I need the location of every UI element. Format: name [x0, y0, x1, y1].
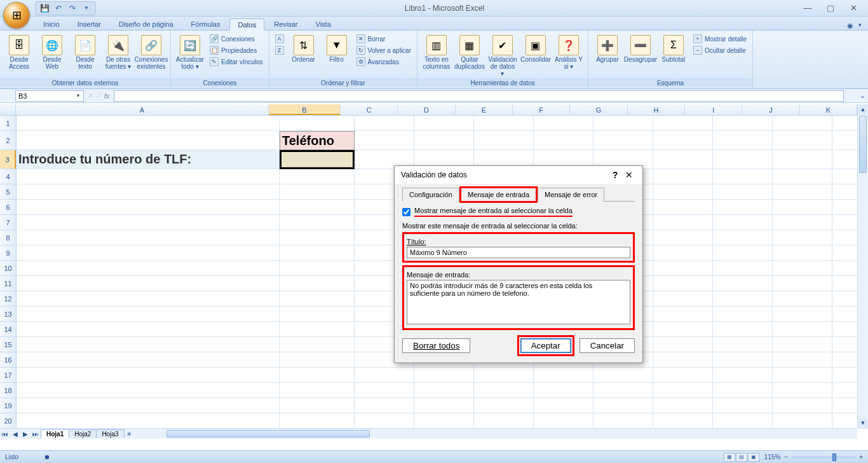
cell[interactable] [713, 413, 773, 429]
cell[interactable] [280, 352, 355, 368]
row-header[interactable]: 8 [0, 230, 16, 245]
cell[interactable] [534, 116, 593, 131]
cell[interactable] [713, 116, 773, 131]
cell[interactable] [713, 337, 773, 352]
cell[interactable] [713, 184, 773, 200]
cell-B2[interactable]: Teléfono [280, 131, 355, 150]
cell[interactable] [713, 322, 773, 337]
first-sheet-icon[interactable]: ⏮ [0, 431, 10, 438]
tab-data[interactable]: Datos [229, 18, 264, 31]
cell[interactable] [17, 131, 280, 150]
tab-configuration[interactable]: Configuración [402, 188, 459, 202]
accept-formula-icon[interactable]: ✓ [96, 92, 102, 100]
cell[interactable] [773, 383, 832, 398]
row-header[interactable]: 1 [0, 116, 16, 131]
ungroup-button[interactable]: ➖Desagrupar [625, 34, 656, 64]
connections-button[interactable]: 🔗Conexiones [208, 34, 265, 44]
cell[interactable] [17, 368, 280, 383]
cell[interactable] [534, 383, 593, 398]
refresh-all-button[interactable]: 🔄Actualizar todo ▾ [175, 34, 205, 71]
cell[interactable] [773, 215, 832, 230]
column-header[interactable]: D [398, 104, 455, 115]
edit-links-button[interactable]: ✎Editar vínculos [208, 57, 265, 67]
cell[interactable] [713, 291, 773, 307]
cell[interactable] [773, 261, 832, 276]
cell[interactable] [17, 398, 280, 413]
cell[interactable] [653, 383, 713, 398]
cell[interactable] [773, 169, 832, 184]
close-button[interactable]: ✕ [845, 3, 862, 13]
cell[interactable] [414, 116, 474, 131]
name-box[interactable]: B3 ▼ [15, 90, 84, 102]
column-header[interactable]: C [341, 104, 398, 115]
maximize-button[interactable]: ▢ [822, 3, 839, 13]
sheet-tab-3[interactable]: Hoja3 [96, 429, 124, 438]
cell[interactable] [593, 383, 653, 398]
cell[interactable] [474, 116, 534, 131]
data-validation-button[interactable]: ✔Validación de datos ▾ [487, 34, 518, 78]
cell[interactable] [280, 413, 355, 429]
show-input-msg-check[interactable] [402, 208, 410, 216]
column-header[interactable]: H [628, 104, 685, 115]
column-header[interactable]: B [269, 104, 341, 115]
cell[interactable] [280, 230, 355, 245]
cell[interactable] [280, 169, 355, 184]
tab-view[interactable]: Vista [308, 18, 339, 30]
row-header[interactable]: 11 [0, 276, 16, 291]
existing-connections-button[interactable]: 🔗Conexiones existentes [136, 34, 166, 71]
normal-view-icon[interactable]: ▦ [724, 453, 735, 462]
cell[interactable] [653, 398, 713, 413]
column-header[interactable]: I [685, 104, 742, 115]
cancel-button[interactable]: Cancelar [580, 338, 635, 353]
cell[interactable] [593, 368, 653, 383]
cell[interactable] [773, 307, 832, 322]
sort-za-button[interactable]: Z [273, 45, 286, 55]
cell[interactable] [773, 116, 832, 131]
cell[interactable] [17, 307, 280, 322]
cell[interactable] [17, 245, 280, 261]
column-header[interactable]: K [800, 104, 857, 115]
tab-formulas[interactable]: Fórmulas [183, 18, 229, 30]
minimize-ribbon-icon[interactable]: ▾ [858, 22, 862, 30]
cell[interactable] [474, 413, 534, 429]
column-header[interactable]: G [570, 104, 627, 115]
cell[interactable] [773, 245, 832, 261]
row-header[interactable]: 5 [0, 184, 16, 200]
cell[interactable] [355, 413, 414, 429]
cell[interactable] [653, 230, 713, 245]
consolidate-button[interactable]: ▣Consolidar [520, 34, 551, 64]
cell[interactable] [280, 261, 355, 276]
row-header[interactable]: 15 [0, 337, 16, 352]
horizontal-scrollbar[interactable] [165, 428, 857, 439]
row-header[interactable]: 10 [0, 261, 16, 276]
cell[interactable] [653, 245, 713, 261]
clear-all-button[interactable]: Borrar todos [402, 338, 470, 353]
cell[interactable] [17, 352, 280, 368]
cell[interactable] [773, 276, 832, 291]
cell[interactable] [593, 398, 653, 413]
cell[interactable] [17, 230, 280, 245]
cell[interactable] [414, 368, 474, 383]
cell[interactable] [713, 245, 773, 261]
zoom-level[interactable]: 115% [764, 453, 781, 460]
cell[interactable] [280, 368, 355, 383]
from-other-button[interactable]: 🔌De otras fuentes ▾ [103, 34, 133, 71]
cell[interactable] [17, 261, 280, 276]
cell[interactable] [653, 322, 713, 337]
cell[interactable] [280, 307, 355, 322]
cell[interactable] [773, 184, 832, 200]
formula-input[interactable] [114, 90, 844, 102]
row-header[interactable]: 19 [0, 398, 16, 413]
cell[interactable] [773, 200, 832, 215]
cell[interactable] [355, 383, 414, 398]
cell[interactable] [280, 245, 355, 261]
cell[interactable] [17, 200, 280, 215]
row-header[interactable]: 17 [0, 368, 16, 383]
cell[interactable] [474, 398, 534, 413]
subtotal-button[interactable]: ΣSubtotal [658, 34, 689, 64]
title-input[interactable] [407, 247, 630, 258]
cell[interactable] [474, 383, 534, 398]
column-header[interactable]: A [16, 104, 269, 115]
cell[interactable] [773, 291, 832, 307]
cell[interactable] [17, 322, 280, 337]
